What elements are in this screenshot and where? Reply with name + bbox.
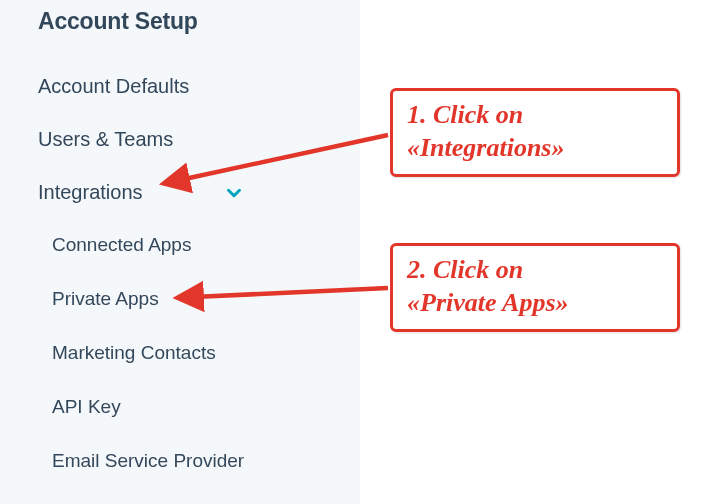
sidebar-item-marketing-contacts[interactable]: Marketing Contacts xyxy=(52,332,360,374)
sidebar-item-label: Users & Teams xyxy=(38,128,173,151)
chevron-down-icon xyxy=(223,182,245,204)
sidebar-item-private-apps[interactable]: Private Apps xyxy=(52,278,360,320)
sidebar-sub-integrations: Connected Apps Private Apps Marketing Co… xyxy=(38,224,360,482)
sidebar-item-account-defaults[interactable]: Account Defaults xyxy=(38,65,360,108)
sidebar-item-label: Account Defaults xyxy=(38,75,189,98)
annotation-text-line2: «Integrations» xyxy=(407,133,565,162)
sidebar-item-label: Email Service Provider xyxy=(52,450,244,472)
annotation-text-line1: 1. Click on xyxy=(407,100,523,129)
sidebar-item-label: Connected Apps xyxy=(52,234,191,256)
sidebar-item-connected-apps[interactable]: Connected Apps xyxy=(52,224,360,266)
annotation-step-2: 2. Click on «Private Apps» xyxy=(390,243,680,332)
sidebar-item-integrations[interactable]: Integrations xyxy=(38,171,360,214)
annotation-text-line1: 2. Click on xyxy=(407,255,523,284)
section-heading-account-setup: Account Setup xyxy=(38,8,360,35)
sidebar-item-label: API Key xyxy=(52,396,121,418)
annotation-step-1: 1. Click on «Integrations» xyxy=(390,88,680,177)
sidebar-account-setup: Account Setup Account Defaults Users & T… xyxy=(0,0,360,504)
sidebar-item-api-key[interactable]: API Key xyxy=(52,386,360,428)
sidebar-item-email-service-provider[interactable]: Email Service Provider xyxy=(52,440,360,482)
sidebar-item-label: Marketing Contacts xyxy=(52,342,216,364)
sidebar-item-users-teams[interactable]: Users & Teams xyxy=(38,118,360,161)
sidebar-item-label: Private Apps xyxy=(52,288,159,310)
sidebar-item-label: Integrations xyxy=(38,181,143,204)
annotation-text-line2: «Private Apps» xyxy=(407,288,569,317)
